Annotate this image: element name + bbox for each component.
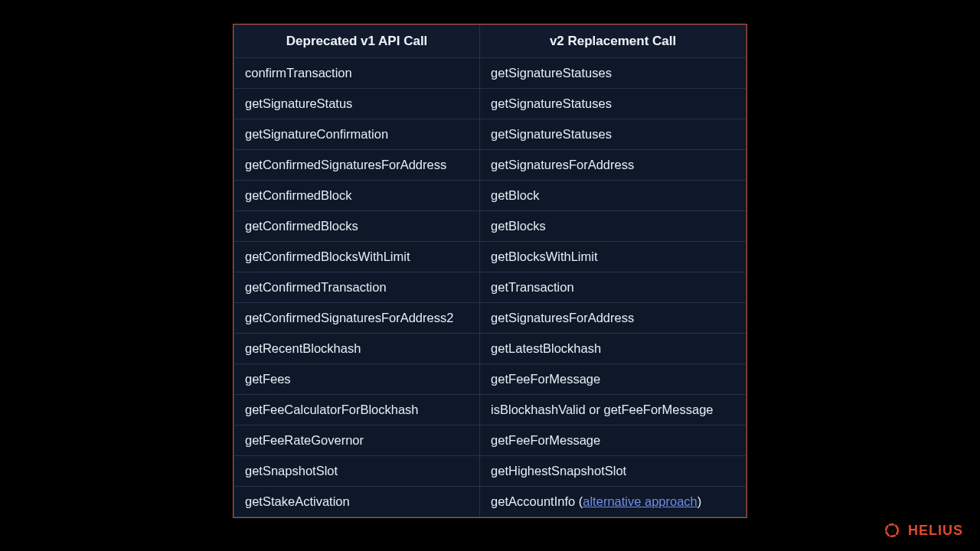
table-row: getFeeCalculatorForBlockhashisBlockhashV… — [234, 395, 746, 425]
table-row: getSignatureConfirmationgetSignatureStat… — [234, 119, 746, 150]
cell-deprecated: getFeeRateGovernor — [234, 425, 480, 456]
cell-replacement: getLatestBlockhash — [480, 334, 746, 364]
cell-deprecated: getConfirmedBlock — [234, 181, 480, 211]
api-migration-table-container: Deprecated v1 API Call v2 Replacement Ca… — [233, 24, 747, 518]
cell-deprecated: getConfirmedSignaturesForAddress — [234, 150, 480, 181]
cell-replacement: getFeeForMessage — [480, 425, 746, 456]
cell-replacement: getBlock — [480, 181, 746, 211]
cell-replacement: getAccountInfo (alternative approach) — [480, 487, 746, 517]
cell-replacement: getHighestSnapshotSlot — [480, 456, 746, 487]
cell-deprecated: getRecentBlockhash — [234, 334, 480, 364]
cell-replacement: getSignatureStatuses — [480, 89, 746, 119]
cell-deprecated: getFees — [234, 364, 480, 395]
th-replacement: v2 Replacement Call — [480, 25, 746, 58]
cell-deprecated: getSignatureStatus — [234, 89, 480, 119]
table-row: getSignatureStatusgetSignatureStatuses — [234, 89, 746, 119]
th-deprecated: Deprecated v1 API Call — [234, 25, 480, 58]
cell-replacement: getSignaturesForAddress — [480, 150, 746, 181]
table-row: getStakeActivationgetAccountInfo (altern… — [234, 487, 746, 517]
cell-deprecated: getConfirmedSignaturesForAddress2 — [234, 303, 480, 334]
table-row: getConfirmedTransactiongetTransaction — [234, 272, 746, 303]
cell-deprecated: getConfirmedBlocks — [234, 211, 480, 242]
table-row: getSnapshotSlotgetHighestSnapshotSlot — [234, 456, 746, 487]
api-migration-table: Deprecated v1 API Call v2 Replacement Ca… — [234, 24, 746, 517]
cell-replacement: getBlocksWithLimit — [480, 242, 746, 272]
table-row: confirmTransactiongetSignatureStatuses — [234, 58, 746, 89]
cell-replacement: getSignatureStatuses — [480, 58, 746, 89]
cell-replacement: getTransaction — [480, 272, 746, 303]
cell-replacement: getBlocks — [480, 211, 746, 242]
table-row: getConfirmedBlockgetBlock — [234, 181, 746, 211]
table-row: getFeesgetFeeForMessage — [234, 364, 746, 395]
cell-replacement: getFeeForMessage — [480, 364, 746, 395]
cell-deprecated: getConfirmedBlocksWithLimit — [234, 242, 480, 272]
cell-deprecated: getSnapshotSlot — [234, 456, 480, 487]
svg-point-0 — [886, 524, 898, 536]
table-row: getConfirmedBlocksWithLimitgetBlocksWith… — [234, 242, 746, 272]
cell-replacement: getSignaturesForAddress — [480, 303, 746, 334]
cell-deprecated: getFeeCalculatorForBlockhash — [234, 395, 480, 425]
cell-deprecated: confirmTransaction — [234, 58, 480, 89]
cell-replacement: isBlockhashValid or getFeeForMessage — [480, 395, 746, 425]
table-row: getFeeRateGovernorgetFeeForMessage — [234, 425, 746, 456]
table-row: getConfirmedSignaturesForAddressgetSigna… — [234, 150, 746, 181]
cell-deprecated: getStakeActivation — [234, 487, 480, 517]
cell-replacement: getSignatureStatuses — [480, 119, 746, 150]
brand-name: HELIUS — [908, 523, 963, 539]
cell-deprecated: getConfirmedTransaction — [234, 272, 480, 303]
alternative-approach-link[interactable]: alternative approach — [583, 494, 697, 508]
cell-deprecated: getSignatureConfirmation — [234, 119, 480, 150]
brand-badge: HELIUS — [882, 520, 963, 540]
helius-logo-icon — [882, 520, 902, 540]
table-row: getRecentBlockhashgetLatestBlockhash — [234, 334, 746, 364]
table-row: getConfirmedBlocksgetBlocks — [234, 211, 746, 242]
table-row: getConfirmedSignaturesForAddress2getSign… — [234, 303, 746, 334]
